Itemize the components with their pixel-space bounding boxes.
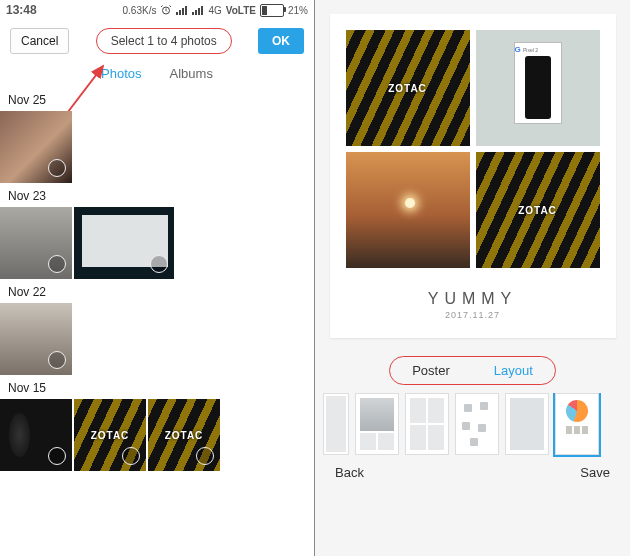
poster-cell-label: ZOTAC: [518, 205, 557, 216]
poster-cell: [346, 152, 470, 268]
save-button[interactable]: Save: [580, 465, 610, 480]
status-volte: VoLTE: [226, 5, 256, 16]
layout-option[interactable]: [455, 393, 499, 455]
toggle-layout[interactable]: Layout: [472, 357, 555, 384]
status-net-rate: 0.63K/s: [123, 5, 157, 16]
tab-photos[interactable]: Photos: [101, 66, 141, 81]
status-time: 13:48: [6, 3, 37, 17]
poster-title: YUMMY: [346, 290, 600, 308]
poster-preview[interactable]: ZOTAC G Pixel 2 ZOTAC YUMMY 2017.11.27: [330, 14, 616, 338]
select-circle-icon[interactable]: [48, 351, 66, 369]
thumb-label: ZOTAC: [91, 430, 130, 441]
photo-thumb[interactable]: [0, 399, 72, 471]
toggle-poster[interactable]: Poster: [390, 357, 472, 384]
layout-option[interactable]: [405, 393, 449, 455]
status-cell-gen: 4G: [208, 5, 221, 16]
back-button[interactable]: Back: [335, 465, 364, 480]
phone-icon: [525, 56, 551, 119]
left-screen: 13:48 0.63K/s 4G VoLTE 21% Cancel: [0, 0, 315, 556]
signal-icon-sim1: [176, 5, 188, 15]
photo-thumb[interactable]: ZOTAC: [148, 399, 220, 471]
status-bar: 13:48 0.63K/s 4G VoLTE 21%: [0, 0, 314, 20]
status-battery-pct: 21%: [288, 5, 308, 16]
select-hint-pill: Select 1 to 4 photos: [96, 28, 232, 54]
tab-albums[interactable]: Albums: [170, 66, 213, 81]
select-circle-icon[interactable]: [48, 255, 66, 273]
layout-option[interactable]: [355, 393, 399, 455]
poster-cell-label: ZOTAC: [388, 83, 427, 94]
poster-preview-stage: ZOTAC G Pixel 2 ZOTAC YUMMY 2017.11.27: [315, 0, 630, 338]
select-circle-icon[interactable]: [48, 159, 66, 177]
product-name: Pixel 2: [523, 47, 538, 53]
layout-strip[interactable]: [315, 393, 630, 459]
signal-icon-sim2: [192, 5, 204, 15]
pie-icon: [566, 400, 588, 422]
date-header: Nov 15: [0, 377, 314, 399]
editor-footer: Back Save: [315, 459, 630, 488]
brand-logo: G: [515, 45, 521, 54]
layout-option[interactable]: [505, 393, 549, 455]
date-header: Nov 23: [0, 185, 314, 207]
poster-date: 2017.11.27: [346, 310, 600, 320]
right-screen: ZOTAC G Pixel 2 ZOTAC YUMMY 2017.11.27: [315, 0, 630, 556]
layout-option-selected[interactable]: [555, 393, 599, 455]
date-header: Nov 22: [0, 281, 314, 303]
photo-thumb[interactable]: [74, 207, 174, 279]
gallery-tabs: Photos Albums: [0, 62, 314, 89]
selection-header: Cancel Select 1 to 4 photos OK: [0, 20, 314, 62]
select-circle-icon[interactable]: [150, 255, 168, 273]
select-circle-icon[interactable]: [196, 447, 214, 465]
photo-gallery[interactable]: Nov 25 Nov 23 Nov 22 Nov 15 ZOTAC ZOTAC: [0, 89, 314, 555]
mode-toggle: Poster Layout: [315, 356, 630, 385]
photo-thumb[interactable]: [0, 207, 72, 279]
select-circle-icon[interactable]: [48, 447, 66, 465]
poster-cell: G Pixel 2: [476, 30, 600, 146]
poster-cell: ZOTAC: [346, 30, 470, 146]
battery-icon: [260, 4, 284, 17]
photo-thumb[interactable]: [0, 111, 72, 183]
ok-button[interactable]: OK: [258, 28, 304, 54]
alarm-icon: [160, 4, 172, 16]
poster-cell: ZOTAC: [476, 152, 600, 268]
photo-thumb[interactable]: ZOTAC: [74, 399, 146, 471]
date-header: Nov 25: [0, 89, 314, 111]
thumb-label: ZOTAC: [165, 430, 204, 441]
layout-option[interactable]: [323, 393, 349, 455]
cancel-button[interactable]: Cancel: [10, 28, 69, 54]
select-circle-icon[interactable]: [122, 447, 140, 465]
photo-thumb[interactable]: [0, 303, 72, 375]
